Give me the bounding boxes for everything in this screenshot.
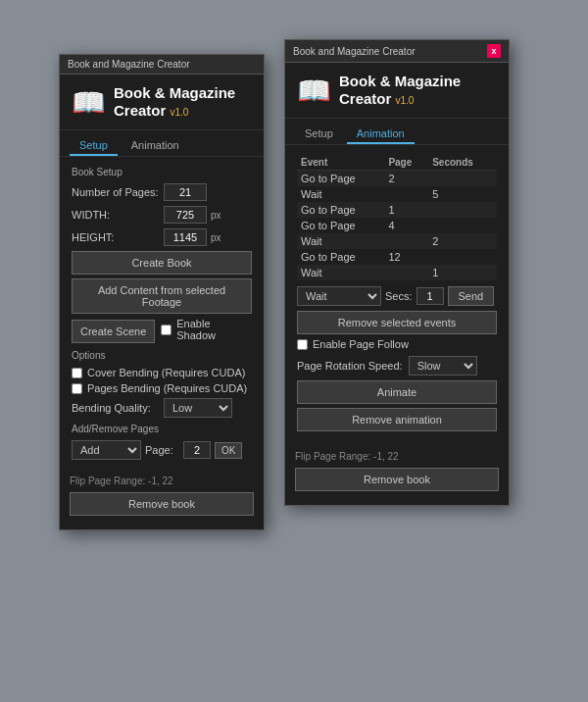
add-content-button[interactable]: Add Content from selected Footage [72,278,252,314]
height-row: HEIGHT: px [72,228,252,246]
logo-text-1: Book & Magazine Creator v1.0 [114,84,235,120]
seconds-cell: 5 [428,186,497,202]
send-button[interactable]: Send [448,286,495,306]
event-cell: Go to Page [297,171,384,187]
col-page: Page [384,155,428,171]
add-remove-row: Add Remove Page: OK [72,440,252,460]
height-input[interactable] [164,228,207,246]
seconds-cell [428,218,497,233]
remove-book-button-1[interactable]: Remove book [70,492,254,516]
title-bar-2: Book and Magazine Creator x [285,40,509,63]
panel1-title: Book and Magazine Creator [68,59,190,70]
book-icon: 📖 [72,86,106,119]
table-row[interactable]: Go to Page 2 [297,171,497,187]
send-row: Wait Go to Page Secs: Send [297,286,497,306]
tabs-2: Setup Animation [285,119,509,145]
tab-setup-2[interactable]: Setup [295,125,343,144]
close-button[interactable]: x [487,44,501,58]
cover-bending-row: Cover Bending (Requires CUDA) [72,367,252,378]
num-pages-row: Number of Pages: [72,183,252,201]
content-setup: Book Setup Number of Pages: WIDTH: px HE… [60,157,264,470]
remove-animation-button[interactable]: Remove animation [297,408,497,431]
options-label: Options [72,350,252,361]
col-seconds: Seconds [428,155,497,171]
page-cell: 1 [384,202,428,218]
rotation-row: Page Rotation Speed: Slow Medium Fast [297,356,497,376]
flip-range-1: Flip Page Range: -1, 22 [60,470,264,492]
add-remove-select[interactable]: Add Remove [72,440,141,460]
page-cell [384,233,428,249]
create-scene-button[interactable]: Create Scene [72,320,155,343]
seconds-cell [428,171,497,187]
page-cell: 12 [384,249,428,265]
pages-bending-row: Pages Bending (Requires CUDA) [72,382,252,394]
logo-text-2: Book & Magazine Creator v1.0 [339,73,461,108]
seconds-cell [428,249,497,265]
tab-setup-1[interactable]: Setup [70,136,118,156]
width-row: WIDTH: px [72,206,252,224]
flip-range-2: Flip Page Range: -1, 22 [285,445,509,468]
enable-follow-label: Enable Page Follow [313,338,409,350]
create-book-button[interactable]: Create Book [72,251,252,275]
height-unit: px [211,232,221,243]
table-row[interactable]: Go to Page 1 [297,202,497,218]
tab-animation-2[interactable]: Animation [347,125,415,144]
event-cell: Go to Page [297,202,384,218]
page-cell [384,265,428,280]
height-label: HEIGHT: [72,231,160,243]
table-row[interactable]: Wait 5 [297,186,497,202]
width-unit: px [211,210,221,221]
event-cell: Wait [297,233,384,249]
events-table: Event Page Seconds Go to Page 2 Wait 5 G… [297,155,497,280]
section-label: Book Setup [72,167,252,177]
num-pages-input[interactable] [164,183,207,201]
table-row[interactable]: Go to Page 12 [297,249,497,265]
table-row[interactable]: Wait 1 [297,265,497,280]
seconds-cell: 2 [428,233,497,249]
enable-shadow-label: Enable Shadow [176,318,252,341]
panel-setup: Book and Magazine Creator 📖 Book & Magaz… [59,54,265,530]
logo-area-2: 📖 Book & Magazine Creator v1.0 [285,63,509,119]
width-input[interactable] [164,206,207,224]
event-cell: Go to Page [297,249,384,265]
table-row[interactable]: Go to Page 4 [297,218,497,233]
event-cell: Wait [297,265,384,280]
page-number-input[interactable] [183,441,211,459]
logo-area-1: 📖 Book & Magazine Creator v1.0 [60,75,264,130]
enable-shadow-row: Enable Shadow [161,318,252,341]
animate-button[interactable]: Animate [297,380,497,404]
seconds-cell [428,202,497,218]
content-animation: Event Page Seconds Go to Page 2 Wait 5 G… [285,145,509,445]
cover-bending-checkbox[interactable] [72,368,82,378]
tab-animation-1[interactable]: Animation [122,136,189,156]
bending-quality-select[interactable]: Low Medium High [164,398,232,418]
enable-follow-row: Enable Page Follow [297,338,497,350]
event-cell: Wait [297,186,384,202]
secs-input[interactable] [416,287,444,305]
add-remove-label: Add/Remove Pages [72,424,252,434]
pages-bending-checkbox[interactable] [72,383,82,394]
page-cell [384,186,428,202]
bending-quality-row: Bending Quality: Low Medium High [72,398,252,418]
rotation-label: Page Rotation Speed: [297,360,403,372]
ok-button[interactable]: OK [215,442,242,459]
remove-events-button[interactable]: Remove selected events [297,311,497,334]
scene-row: Create Scene Enable Shadow [72,318,252,345]
book-icon-2: 📖 [297,75,331,107]
page-cell: 4 [384,218,428,233]
bending-quality-label: Bending Quality: [72,402,160,414]
col-event: Event [297,155,384,171]
tabs-1: Setup Animation [60,130,264,157]
panel-animation: Book and Magazine Creator x 📖 Book & Mag… [284,39,510,506]
enable-follow-checkbox[interactable] [297,339,308,350]
rotation-select[interactable]: Slow Medium Fast [409,356,477,376]
event-type-select[interactable]: Wait Go to Page [297,286,381,306]
enable-shadow-checkbox[interactable] [161,325,172,335]
page-label: Page: [145,444,179,456]
num-pages-label: Number of Pages: [72,186,160,198]
width-label: WIDTH: [72,209,160,221]
remove-book-button-2[interactable]: Remove book [295,468,499,491]
seconds-cell: 1 [428,265,497,280]
table-row[interactable]: Wait 2 [297,233,497,249]
title-bar-1: Book and Magazine Creator [60,55,264,75]
